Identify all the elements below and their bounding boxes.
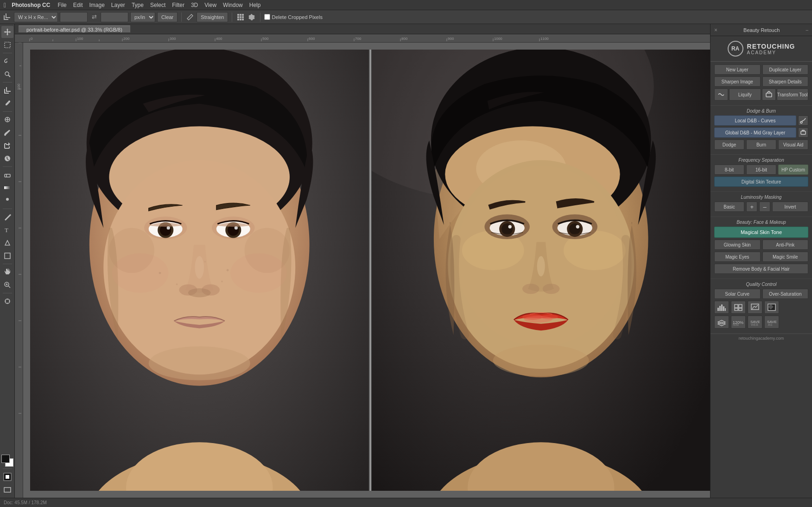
clone-stamp-tool[interactable] bbox=[1, 139, 13, 152]
lum-invert-button[interactable]: Invert bbox=[772, 202, 808, 212]
settings-icon[interactable] bbox=[247, 13, 256, 22]
freq-8bit-button[interactable]: 8-bit bbox=[714, 165, 744, 175]
menu-view[interactable]: View bbox=[204, 2, 216, 8]
sharpen-details-button[interactable]: Sharpen Details bbox=[762, 76, 809, 87]
eyes-smile-row: Magic Eyes Magic Smile bbox=[714, 252, 808, 262]
left-toolbar: T bbox=[0, 24, 15, 498]
save-as-icon-btn[interactable]: SAVE AS bbox=[764, 316, 779, 329]
global-db-icon[interactable] bbox=[798, 127, 808, 138]
remove-hair-button[interactable]: Remove Body & Facial Hair bbox=[714, 264, 808, 274]
move-tool[interactable] bbox=[1, 26, 13, 38]
quick-mask-btn[interactable] bbox=[1, 471, 13, 483]
clear-button[interactable]: Clear bbox=[157, 12, 178, 22]
over-saturation-button[interactable]: Over-Saturation bbox=[762, 289, 809, 299]
lasso-tool[interactable] bbox=[1, 55, 13, 67]
menu-help[interactable]: Help bbox=[249, 2, 261, 8]
menu-edit[interactable]: Edit bbox=[73, 2, 83, 8]
svg-point-10 bbox=[5, 72, 9, 76]
local-db-icon[interactable] bbox=[798, 115, 808, 126]
magical-skin-button[interactable]: Magical Skin Tone bbox=[714, 227, 808, 238]
delete-cropped-checkbox[interactable] bbox=[264, 14, 270, 20]
crop-tool[interactable] bbox=[1, 84, 13, 96]
sharpen-image-button[interactable]: Sharpen Image bbox=[714, 76, 761, 87]
healing-brush-tool[interactable] bbox=[1, 114, 13, 126]
svg-rect-136 bbox=[739, 304, 742, 308]
crop-preset-select[interactable]: W x H x Re... bbox=[14, 12, 58, 22]
lum-basic-button[interactable]: Basic bbox=[714, 202, 744, 212]
menu-layer[interactable]: Layer bbox=[111, 2, 125, 8]
menu-type[interactable]: Type bbox=[132, 2, 144, 8]
svg-line-23 bbox=[8, 286, 10, 288]
width-input[interactable] bbox=[60, 12, 88, 22]
solar-curve-button[interactable]: Solar Curve bbox=[714, 289, 761, 299]
dodge-burn-tool[interactable] bbox=[1, 195, 13, 207]
before-after-divider[interactable] bbox=[370, 50, 371, 491]
height-input[interactable] bbox=[101, 12, 128, 22]
document-tab[interactable]: portrait-before-after.psd @ 33.3% (RGB/8… bbox=[19, 25, 130, 32]
burn-button[interactable]: Burn bbox=[746, 139, 776, 150]
history-brush-tool[interactable] bbox=[1, 152, 13, 165]
digital-skin-texture-button[interactable]: Digital Skin Texture bbox=[714, 177, 808, 187]
layers-icon-btn[interactable] bbox=[731, 301, 746, 314]
swap-icon[interactable]: ⇄ bbox=[89, 13, 99, 22]
freq-btn-row: 8-bit 16-bit HP Custom bbox=[714, 165, 808, 175]
duplicate-layer-button[interactable]: Duplicate Layer bbox=[762, 64, 809, 75]
histogram2-icon-btn[interactable] bbox=[748, 301, 762, 314]
freq-hp-button[interactable]: HP Custom bbox=[778, 165, 808, 175]
zoom-pct-icon-btn[interactable]: 120% SIZE bbox=[731, 316, 746, 329]
rotate-tool[interactable] bbox=[1, 295, 13, 307]
panel-collapse-btn[interactable]: – bbox=[806, 27, 808, 32]
grid-icon[interactable] bbox=[236, 13, 245, 22]
transform-icon-btn[interactable] bbox=[762, 89, 776, 101]
ruler-horizontal: 0 100 200 300 400 500 600 700 bbox=[15, 34, 710, 43]
zoom-tool[interactable] bbox=[1, 279, 13, 291]
liquify-button[interactable]: Liquify bbox=[729, 89, 761, 101]
foreground-color-swatch[interactable] bbox=[1, 455, 10, 463]
hand-tool[interactable] bbox=[1, 266, 13, 278]
eraser-tool[interactable] bbox=[1, 169, 13, 181]
local-db-button[interactable]: Local D&B - Curves bbox=[714, 115, 796, 126]
rectangular-marquee-tool[interactable] bbox=[1, 39, 13, 51]
lum-minus-button[interactable]: – bbox=[759, 202, 770, 212]
layers2-icon-btn[interactable] bbox=[714, 316, 729, 329]
menu-filter[interactable]: Filter bbox=[172, 2, 184, 8]
menu-select[interactable]: Select bbox=[150, 2, 165, 8]
path-selection-tool[interactable] bbox=[1, 237, 13, 249]
delete-cropped-label[interactable]: Delete Cropped Pixels bbox=[264, 14, 322, 20]
histogram-icon-btn[interactable] bbox=[714, 301, 729, 314]
quality-control-label: Quality Control bbox=[714, 282, 808, 287]
pen-tool[interactable] bbox=[1, 211, 13, 223]
brush-tool[interactable] bbox=[1, 127, 13, 139]
magic-smile-button[interactable]: Magic Smile bbox=[762, 252, 809, 262]
visual-aid-button[interactable]: Visual Aid bbox=[778, 139, 808, 150]
menu-file[interactable]: File bbox=[57, 2, 66, 8]
global-db-button[interactable]: Global D&B - Mid Gray Layer bbox=[714, 127, 796, 138]
text-tool[interactable]: T bbox=[1, 224, 13, 236]
menu-3d[interactable]: 3D bbox=[191, 2, 198, 8]
straighten-button[interactable]: Straighten bbox=[197, 12, 228, 22]
liquify-icon-btn[interactable] bbox=[714, 89, 728, 101]
svg-rect-127 bbox=[766, 93, 772, 97]
quick-selection-tool[interactable] bbox=[1, 68, 13, 80]
svg-text:200: 200 bbox=[123, 37, 130, 41]
crop-tool-icon bbox=[3, 13, 12, 22]
gradient-tool[interactable] bbox=[1, 182, 13, 194]
lum-plus-button[interactable]: + bbox=[746, 202, 757, 212]
shape-tool[interactable] bbox=[1, 250, 13, 262]
menu-image[interactable]: Image bbox=[89, 2, 104, 8]
anti-pink-button[interactable]: Anti-Pink bbox=[762, 240, 809, 250]
magic-eyes-button[interactable]: Magic Eyes bbox=[714, 252, 761, 262]
unit-select[interactable]: px/in bbox=[130, 12, 155, 22]
save-web-icon-btn[interactable]: SAVE WEB bbox=[748, 316, 762, 329]
color-swatches[interactable] bbox=[1, 455, 13, 467]
clipping-icon-btn[interactable] bbox=[764, 301, 779, 314]
transform-tool-button[interactable]: Transform Tool bbox=[777, 89, 809, 101]
screen-mode-btn[interactable] bbox=[1, 484, 13, 496]
menu-window[interactable]: Window bbox=[223, 2, 243, 8]
dodge-button[interactable]: Dodge bbox=[714, 139, 744, 150]
freq-16bit-button[interactable]: 16-bit bbox=[746, 165, 776, 175]
new-layer-button[interactable]: New Layer bbox=[714, 64, 761, 75]
glowing-skin-button[interactable]: Glowing Skin bbox=[714, 240, 761, 250]
panel-close-btn[interactable]: × bbox=[714, 27, 717, 33]
eyedropper-tool[interactable] bbox=[1, 97, 13, 109]
